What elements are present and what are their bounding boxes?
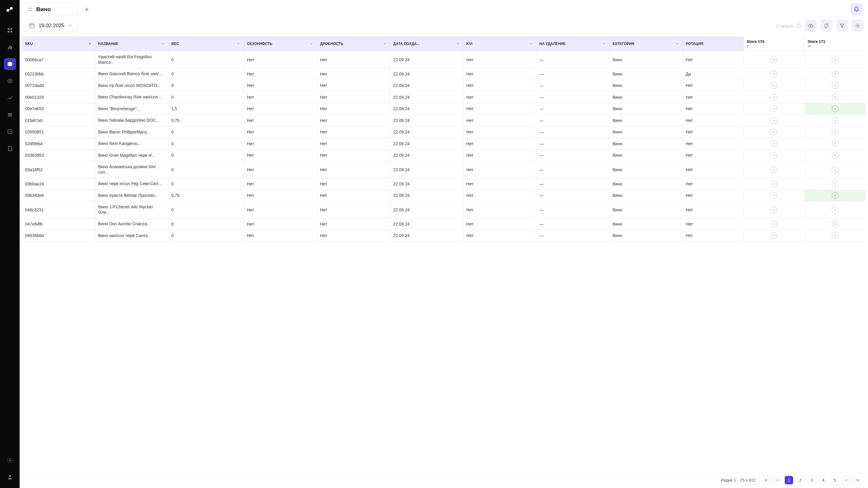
import-button[interactable]	[805, 20, 817, 32]
table-row[interactable]: 046c3231Вино J.P.Chenet Айс Мускат біле.…	[22, 201, 866, 218]
store-status-cell[interactable]	[805, 126, 866, 138]
store-status-cell[interactable]	[744, 91, 805, 103]
cell-sku: 03b383e6	[22, 190, 95, 202]
sidebar-item-user[interactable]	[4, 471, 16, 483]
table-row[interactable]: 00e01329Вино Chardonnay біле нап/сол...0…	[22, 91, 866, 103]
sidebar-item-settings[interactable]	[4, 454, 16, 466]
cell-date: 22.09.24	[390, 218, 463, 230]
page-2[interactable]: 2	[796, 476, 805, 484]
tab-wine[interactable]: Вино	[22, 3, 78, 16]
col-rotation[interactable]: РОТАЦИЯ	[683, 36, 744, 51]
store-status-cell[interactable]	[744, 68, 805, 80]
statuses-label[interactable]: Статусы	[776, 23, 801, 28]
store-status-cell[interactable]	[805, 190, 866, 202]
store-status-cell[interactable]	[805, 51, 866, 68]
col-store-171[interactable]: Store 17184	[805, 36, 866, 51]
sidebar-item-list[interactable]	[4, 109, 16, 121]
store-status-cell[interactable]	[744, 178, 805, 190]
sidebar-item-analytics[interactable]	[4, 41, 16, 53]
store-status-cell[interactable]	[744, 126, 805, 138]
col-fractionality[interactable]: ДРОБНОСТЬ	[317, 36, 390, 51]
col-kvi[interactable]: KVI	[463, 36, 536, 51]
col-name[interactable]: НАЗВАНИЕ	[95, 36, 168, 51]
sidebar-item-dashboard[interactable]	[4, 24, 16, 36]
table-row[interactable]: 03b0aa19Вино черв н/сол Ред Семі-Світ...…	[22, 178, 866, 190]
store-status-cell[interactable]	[805, 103, 866, 115]
store-status-cell[interactable]	[744, 80, 805, 92]
store-status-cell[interactable]	[805, 80, 866, 92]
page-3[interactable]: 3	[808, 476, 816, 484]
store-status-cell[interactable]	[744, 230, 805, 242]
page-next[interactable]	[842, 476, 850, 484]
x-circle-icon	[771, 128, 777, 135]
store-status-cell[interactable]	[744, 161, 805, 178]
cell-date: 22.09.24	[390, 68, 463, 80]
store-status-cell[interactable]	[805, 161, 866, 178]
cell-name: Вино "Beurrebeuge"...	[95, 103, 168, 115]
cell-rot: Нет	[683, 103, 744, 115]
store-status-cell[interactable]	[805, 91, 866, 103]
cell-season: Нет	[244, 126, 317, 138]
table-row[interactable]: 03363953Вино Gran Magellan черв н/...0Не…	[22, 150, 866, 162]
store-status-cell[interactable]	[744, 201, 805, 218]
store-status-cell[interactable]	[805, 201, 866, 218]
page-4[interactable]: 4	[819, 476, 828, 484]
col-sku[interactable]: SKU	[22, 36, 95, 51]
page-prev[interactable]	[773, 476, 782, 484]
col-for-deletion[interactable]: НА УДАЛЕНИЕ	[536, 36, 609, 51]
store-status-cell[interactable]	[744, 218, 805, 230]
table-row[interactable]: 03a16f52Вино Алазанська долина б/н/сол..…	[22, 161, 866, 178]
table-row[interactable]: 0072daddВино ігр біле н/сол MOSCATO...0Н…	[22, 80, 866, 92]
svg-point-25	[857, 25, 859, 27]
table-row[interactable]: 00e7eb53Вино "Beurrebeuge"...1,5НетНет22…	[22, 103, 866, 115]
col-created[interactable]: ДАТА СОЗДА...	[390, 36, 463, 51]
store-status-cell[interactable]	[805, 178, 866, 190]
x-circle-icon	[771, 192, 777, 199]
table-row[interactable]: 04936b6dВино нап/сол черв Санта...0НетНе…	[22, 230, 866, 242]
sidebar-item-target[interactable]	[4, 75, 16, 87]
cell-sku: 01fa87a0	[22, 115, 95, 126]
store-status-cell[interactable]	[805, 218, 866, 230]
col-weight[interactable]: ВЕС	[168, 36, 244, 51]
store-status-cell[interactable]	[744, 138, 805, 150]
filter-button[interactable]	[836, 20, 848, 32]
page-5[interactable]: 5	[831, 476, 839, 484]
svg-rect-15	[9, 132, 11, 132]
page-first[interactable]	[762, 476, 770, 484]
store-status-cell[interactable]	[805, 230, 866, 242]
store-status-cell[interactable]	[744, 103, 805, 115]
table-row[interactable]: 02690851Вино Baron PhilippeMany...0НетНе…	[22, 126, 866, 138]
col-store-170[interactable]: Store 1700	[744, 36, 805, 51]
table-container[interactable]: SKU НАЗВАНИЕ ВЕС СЕЗОННОСТЬ ДРОБНОСТЬ ДА…	[20, 36, 868, 472]
table-row[interactable]: 01fa87a0Вино Salvalai Бардоліно DOC...0,…	[22, 115, 866, 126]
table-row[interactable]: 03b383e6Вино ігристе Belstar Просеко...0…	[22, 190, 866, 202]
table-row[interactable]: 047e64f6Вино Don Aurelio Crianza...0НетН…	[22, 218, 866, 230]
sidebar-item-trends[interactable]	[4, 92, 16, 104]
sync-button[interactable]	[820, 20, 832, 32]
sidebar-item-log[interactable]: L	[4, 143, 16, 154]
store-status-cell[interactable]	[744, 51, 805, 68]
store-status-cell[interactable]	[805, 138, 866, 150]
store-status-cell[interactable]	[805, 115, 866, 126]
store-status-cell[interactable]	[744, 190, 805, 202]
col-category[interactable]: КАТЕГОРИЯ	[610, 36, 683, 51]
table-row[interactable]: 02d5feb4Вино Next Kangaroo...0НетНет22.0…	[22, 138, 866, 150]
notifications-button[interactable]	[850, 3, 863, 16]
cell-name: Ігристий напій б/а Fragolino Bianco...	[95, 51, 168, 68]
cell-sku: 00066ca7	[22, 51, 95, 68]
col-seasonality[interactable]: СЕЗОННОСТЬ	[244, 36, 317, 51]
table-row[interactable]: 00066ca7Ігристий напій б/а Fragolino Bia…	[22, 51, 866, 68]
store-status-cell[interactable]	[744, 150, 805, 162]
settings-button[interactable]	[852, 20, 864, 32]
sidebar-item-minus[interactable]	[4, 125, 16, 138]
store-status-cell[interactable]	[805, 150, 866, 162]
dropdown-icon	[309, 42, 314, 46]
add-tab-button[interactable]	[81, 3, 93, 16]
page-1[interactable]: 1	[785, 476, 793, 484]
date-picker[interactable]: 19.02.2025	[24, 19, 78, 32]
store-status-cell[interactable]	[805, 68, 866, 80]
sidebar-item-products[interactable]	[4, 58, 16, 70]
table-row[interactable]: 002230bbВино Giacondi Bianco біле нап/..…	[22, 68, 866, 80]
page-last[interactable]	[854, 476, 862, 484]
store-status-cell[interactable]	[744, 115, 805, 126]
